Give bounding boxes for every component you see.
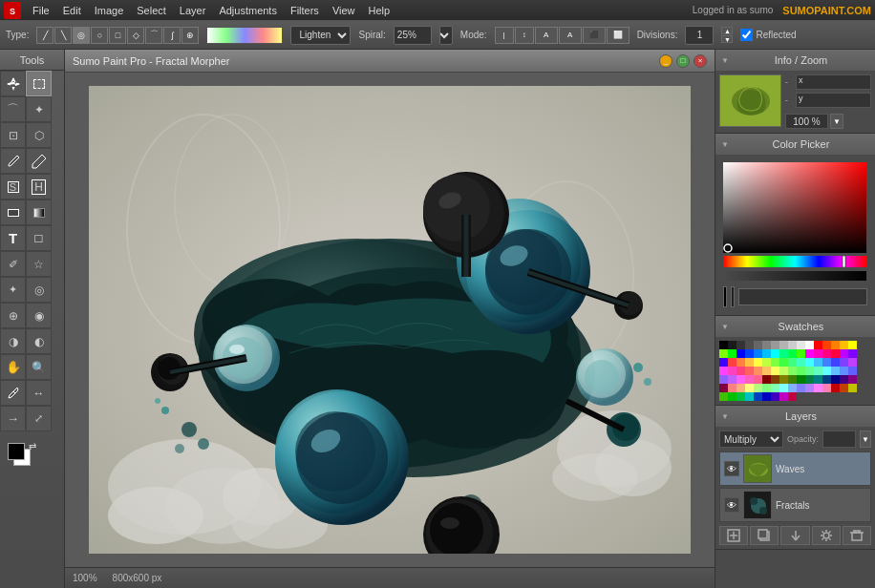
swatch-13[interactable] [831,341,840,349]
path-tool[interactable]: ☆ [26,251,52,277]
swatch-84[interactable] [754,384,762,392]
swatch-61[interactable] [831,367,840,375]
swatch-31[interactable] [848,349,857,358]
mode-btn-a[interactable]: A [535,27,558,44]
foreground-color[interactable] [8,443,25,460]
swatch-42[interactable] [805,358,814,367]
swatch-49[interactable] [728,367,736,375]
menu-view[interactable]: View [327,3,361,18]
eraser-tool[interactable] [0,200,26,225]
swatch-65[interactable] [728,375,736,384]
swatch-47[interactable] [848,358,857,367]
menu-edit[interactable]: Edit [57,3,87,18]
menu-layer[interactable]: Layer [174,3,212,18]
swatch-83[interactable] [745,384,754,392]
mode-btn-b[interactable]: A [559,27,582,44]
zoom-input[interactable] [785,114,828,129]
hue-bar-wrapper[interactable] [723,256,867,269]
mode-btn-c[interactable]: ⬛ [583,27,606,44]
menu-image[interactable]: Image [89,3,130,18]
gradient-tool[interactable] [26,200,52,225]
swatch-57[interactable] [797,367,805,375]
swatch-30[interactable] [840,349,848,358]
pencil-tool[interactable] [26,148,52,174]
swatch-54[interactable] [771,367,779,375]
swatch-66[interactable] [736,375,745,384]
layer-item-waves[interactable]: 👁 Waves [719,452,871,486]
reflected-checkbox[interactable] [740,29,753,41]
type-icon-6[interactable]: ◇ [127,27,144,44]
swatch-26[interactable] [805,349,814,358]
zoom-arrow[interactable]: ▼ [830,114,843,129]
swatch-80[interactable] [719,384,728,392]
menu-select[interactable]: Select [131,3,172,18]
swatch-96[interactable] [719,392,728,401]
swatch-1[interactable] [728,341,736,349]
swatch-87[interactable] [779,384,788,392]
color-spectrum-wrapper[interactable] [723,162,866,253]
swatch-89[interactable] [797,384,805,392]
swatch-62[interactable] [840,367,848,375]
new-layer-button[interactable] [719,526,748,545]
pen-tool[interactable]: ✐ [0,251,26,277]
zoom-tool[interactable]: 🔍 [26,354,52,380]
swatch-75[interactable] [814,375,822,384]
hex-color-input[interactable]: 000000 [738,288,867,305]
swatch-12[interactable] [822,341,831,349]
swatch-102[interactable] [771,392,779,401]
swatch-78[interactable] [840,375,848,384]
swatch-34[interactable] [736,358,745,367]
menu-help[interactable]: Help [363,3,396,18]
swatch-19[interactable] [745,349,754,358]
layer-eye-waves[interactable]: 👁 [724,461,739,476]
swatch-103[interactable] [779,392,788,401]
swatch-82[interactable] [736,384,745,392]
swatch-73[interactable] [797,375,805,384]
burn-tool[interactable]: ◐ [26,328,52,354]
spiral-size-select[interactable] [439,26,453,45]
swatch-68[interactable] [754,375,762,384]
transform-tool[interactable]: ⤢ [26,406,52,431]
menu-filters[interactable]: Filters [285,3,325,18]
minimize-button[interactable]: _ [659,54,672,68]
delete-layer-button[interactable] [843,526,871,545]
divisions-spinner[interactable]: ▲ ▼ [721,27,733,43]
swatch-23[interactable] [779,349,788,358]
move-tool[interactable] [0,71,26,96]
type-icon-5[interactable]: □ [109,27,126,44]
swatch-101[interactable] [762,392,771,401]
background-color-preview[interactable] [731,286,735,307]
swatch-4[interactable] [754,341,762,349]
swatch-104[interactable] [788,392,797,401]
swatch-11[interactable] [814,341,822,349]
swatch-28[interactable] [822,349,831,358]
smudge-tool[interactable]: ⊕ [0,303,26,328]
layer-eye-fractals[interactable]: 👁 [724,497,739,513]
type-icon-8[interactable]: ∫ [163,27,181,44]
swatch-7[interactable] [779,341,788,349]
swatch-32[interactable] [719,358,728,367]
menu-file[interactable]: File [27,3,55,18]
swatch-44[interactable] [822,358,831,367]
swatch-81[interactable] [728,384,736,392]
type-icon-2[interactable]: ╲ [54,27,72,44]
swatch-97[interactable] [728,392,736,401]
mode-btn-2[interactable]: ↕ [515,27,534,44]
swatch-16[interactable] [719,349,728,358]
swatch-22[interactable] [771,349,779,358]
swatch-98[interactable] [736,392,745,401]
swatch-38[interactable] [771,358,779,367]
color-picker-header[interactable]: ▼ Color Picker [715,134,875,155]
swatch-37[interactable] [762,358,771,367]
swatch-39[interactable] [779,358,788,367]
swatch-85[interactable] [762,384,771,392]
main-canvas[interactable] [89,86,691,554]
swatch-93[interactable] [831,384,840,392]
swatch-17[interactable] [728,349,736,358]
swatch-35[interactable] [745,358,754,367]
divisions-down[interactable]: ▼ [721,35,733,43]
opacity-arrow[interactable]: ▼ [860,430,871,448]
swatch-71[interactable] [779,375,788,384]
swatch-77[interactable] [831,375,840,384]
opacity-input[interactable]: 10% [822,430,856,448]
